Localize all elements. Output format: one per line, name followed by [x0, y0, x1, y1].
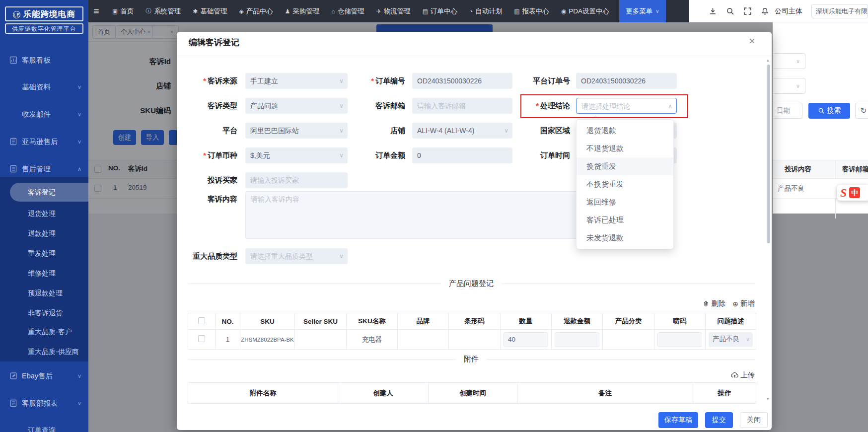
search-icon[interactable]	[726, 7, 734, 15]
sidebar-item-aftersale[interactable]: 售后管理 ∧	[0, 161, 88, 177]
email-input[interactable]: 请输入客诉邮箱	[412, 98, 512, 114]
sidebar-item-order-query[interactable]: 订单查询	[0, 422, 88, 432]
sidebar-item-ebay-aftersale[interactable]: Ebay售后 ∨	[0, 368, 88, 384]
major-quality-select[interactable]: 请选择重大品质类型∨	[245, 248, 348, 264]
content-textarea[interactable]: 请输入客诉内容	[245, 191, 605, 239]
sidebar-item-complaint-register-active[interactable]: 客诉登记	[10, 183, 88, 202]
sidebar-item-major-quality-customer[interactable]: 重大品质-客户	[0, 324, 88, 340]
scroll-up-arrow[interactable]: ▴	[767, 58, 771, 63]
reset-button-fragment[interactable]: ↻	[855, 103, 868, 119]
submit-button[interactable]: 提交	[705, 412, 733, 428]
dashboard-icon	[9, 56, 17, 64]
order-no-input[interactable]: OD24031500030226	[412, 73, 512, 89]
logo: LE 乐能跨境电商	[5, 6, 83, 21]
list-header-fragment: 投诉内容 客诉邮箱	[773, 160, 868, 179]
download-icon[interactable]	[709, 7, 717, 15]
logo-icon: LE	[13, 11, 20, 18]
sidebar-item-noncomplaint-return[interactable]: 非客诉退货	[0, 305, 88, 321]
filter-select-fragment[interactable]: ∨	[774, 53, 805, 69]
divider-line	[502, 284, 755, 284]
scroll-down-arrow[interactable]: ▾	[767, 396, 771, 401]
sidebar-item-prerefund-process[interactable]: 预退款处理	[0, 285, 88, 301]
filter-select-fragment[interactable]: ∨	[774, 78, 805, 94]
company-select[interactable]: 深圳乐能电子有限公	[811, 4, 868, 18]
field-label-type: 客诉类型	[178, 98, 237, 114]
sidebar-item-resend-process[interactable]: 重发处理	[0, 245, 88, 261]
sidebar-item-amazon-aftersale[interactable]: 亚马逊售后 ∨	[0, 134, 88, 149]
upload-action: 上传	[715, 370, 755, 380]
close-icon[interactable]: ×	[749, 35, 755, 48]
sidebar-item-label: 收发邮件	[22, 110, 51, 119]
collapse-menu-icon[interactable]: ≡	[93, 5, 102, 17]
company-entity-label: 公司主体	[775, 0, 802, 22]
dropdown-option[interactable]: 退货退款	[577, 122, 673, 140]
shop-select[interactable]: ALI-W-4 (ALI-W-4)∨	[412, 123, 512, 139]
top-menu-orders[interactable]: ▤订单中心	[423, 7, 457, 16]
row-checkbox[interactable]	[198, 335, 205, 342]
sidebar-item-cs-reports[interactable]: 客服部报表 ∨	[0, 395, 88, 411]
top-menu-reports[interactable]: ▥报表中心	[514, 7, 549, 16]
top-menu-warehouse[interactable]: ⌂仓储管理	[331, 7, 364, 16]
dropdown-option[interactable]: 不换货重发	[577, 175, 673, 193]
top-menu-product[interactable]: ◈产品中心	[239, 7, 273, 16]
dropdown-option[interactable]: 未发货退款	[577, 229, 673, 247]
top-menu-basic[interactable]: ✱基础管理	[193, 7, 227, 16]
attachment-table: 附件名称 创建人 创建时间 备注 操作	[188, 382, 756, 404]
sidebar-item-label: 基础资料	[22, 82, 51, 92]
required-star: *	[203, 76, 206, 85]
dropdown-option[interactable]: 返回维修	[577, 193, 673, 211]
sidebar-item-label: 亚马逊售后	[22, 137, 58, 146]
buyer-input[interactable]: 请输入投诉买家	[245, 172, 348, 188]
sidebar-item-repair-process[interactable]: 维修处理	[0, 265, 88, 281]
type-select[interactable]: 产品问题∨	[245, 98, 348, 114]
platform-order-input[interactable]: OD24031500030226	[576, 73, 677, 89]
scrollbar-thumb[interactable]	[767, 65, 770, 243]
problem-desc-select[interactable]: 产品不良∨	[709, 332, 753, 347]
dropdown-option-hovered[interactable]: 换货重发	[577, 157, 673, 175]
upload-link[interactable]: 上传	[731, 370, 755, 380]
major-quality-placeholder: 请选择重大品质类型	[250, 252, 313, 260]
field-label-email: 客诉邮箱	[343, 98, 405, 114]
dropdown-option[interactable]: 客诉已处理	[577, 211, 673, 229]
top-menu-pda[interactable]: ◉PDA设置中心	[561, 7, 609, 16]
annotation-highlight-box	[520, 94, 688, 118]
qty-input[interactable]: 40	[504, 332, 548, 347]
delete-link[interactable]: 删除	[703, 299, 725, 308]
currency-select[interactable]: $,美元∨	[245, 147, 348, 163]
search-button-label: 搜索	[827, 106, 841, 115]
top-menu-logistics[interactable]: ✈物流管理	[376, 7, 411, 16]
sidebar-item-dashboard[interactable]: 客服看板	[0, 52, 88, 68]
top-menu-home[interactable]: ▣首页	[112, 7, 134, 16]
amount-input[interactable]: 0	[412, 147, 512, 163]
sidebar-item-major-quality-supplier[interactable]: 重大品质-供应商	[0, 344, 88, 360]
chevron-down-icon: ∨	[796, 78, 800, 93]
info-icon: ⓘ	[145, 7, 151, 15]
close-button[interactable]: 关闭	[740, 412, 768, 428]
col-header: 品牌	[398, 313, 449, 330]
save-draft-button[interactable]: 保存草稿	[658, 412, 698, 428]
header-checkbox[interactable]	[198, 317, 205, 324]
search-button[interactable]: 搜索	[808, 103, 850, 119]
platform-select[interactable]: 阿里巴巴国际站∨	[245, 123, 348, 139]
top-menu-autoplan[interactable]: ◔自动计划	[469, 7, 502, 16]
dropdown-option[interactable]: 不退货退款	[577, 140, 673, 157]
sidebar-item-return-process[interactable]: 退货处理	[0, 206, 88, 221]
date-input-fragment[interactable]: 日期	[774, 103, 802, 119]
person-icon: ♟	[285, 8, 290, 15]
add-link[interactable]: ⊕新增	[732, 299, 755, 308]
source-select[interactable]: 手工建立∨	[245, 73, 348, 89]
top-menu-purchase[interactable]: ♟采购管理	[285, 7, 320, 16]
fullscreen-icon[interactable]	[743, 7, 752, 15]
top-menu-system[interactable]: ⓘ系统管理	[145, 7, 181, 16]
ime-chinese-mode[interactable]: 中	[849, 187, 860, 198]
sidebar-item-refund-process[interactable]: 退款处理	[0, 225, 88, 241]
refund-input[interactable]	[555, 332, 599, 347]
more-menu-button[interactable]: 更多菜单 ∨	[619, 0, 666, 22]
sidebar-item-mail[interactable]: 收发邮件 ∨	[0, 106, 88, 122]
chevron-down-icon: ∨	[655, 8, 659, 14]
section-title: 附件	[464, 355, 479, 364]
code-input[interactable]	[657, 332, 702, 347]
sidebar-item-basicdata[interactable]: 基础资料 ∨	[0, 79, 88, 95]
bell-icon[interactable]	[761, 7, 769, 15]
top-menu-label: 自动计划	[475, 7, 502, 16]
